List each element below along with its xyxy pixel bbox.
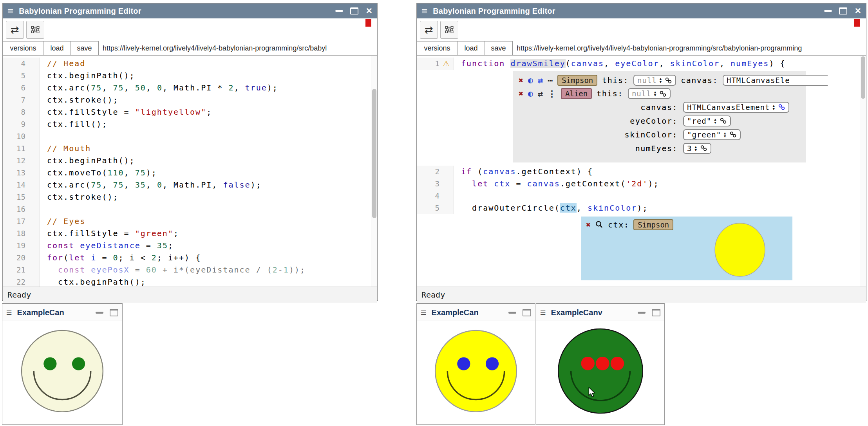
code-line[interactable]: 4// Head <box>3 58 377 70</box>
example-name-badge[interactable]: Simpson <box>557 75 597 86</box>
close-button[interactable]: ✕ <box>365 4 373 18</box>
param-value[interactable]: 3 <box>687 144 692 153</box>
delete-probe-icon[interactable]: ✖ <box>586 220 591 229</box>
update-button[interactable]: ⇄ <box>420 21 438 39</box>
code-text[interactable]: ctx.fillStyle = "green"; <box>40 227 179 240</box>
code-line[interactable]: 11// Mouth <box>3 143 377 155</box>
load-button[interactable]: load <box>43 41 71 55</box>
link-icon[interactable] <box>729 131 737 138</box>
code-text[interactable]: const eyeDistance = 35; <box>40 240 174 252</box>
code-text[interactable]: // Mouth <box>40 143 91 155</box>
hamburger-icon[interactable]: ≡ <box>421 4 427 18</box>
code-line[interactable]: 16 <box>3 203 377 215</box>
minimize-button[interactable] <box>638 312 646 314</box>
select-frame-button[interactable] <box>440 21 458 39</box>
save-button[interactable]: save <box>71 41 98 55</box>
titlebar[interactable]: ≡ ExampleCan <box>2 304 122 321</box>
code-line[interactable]: 5ctx.beginPath(); <box>3 70 377 82</box>
link-icon[interactable] <box>659 90 667 97</box>
trace-icon[interactable]: ⇄ <box>538 89 543 99</box>
load-button[interactable]: load <box>458 41 485 55</box>
code-text[interactable]: function drawSmiley(canvas, eyeColor, sk… <box>454 58 786 70</box>
hamburger-icon[interactable]: ≡ <box>421 307 427 318</box>
code-text[interactable]: ctx.beginPath(); <box>40 70 135 82</box>
code-text[interactable]: for(let i = 0; i < 2; i++) { <box>40 252 201 264</box>
code-text[interactable]: ctx.fillStyle = "lightyellow"; <box>40 106 212 118</box>
code-line[interactable]: 18ctx.fillStyle = "green"; <box>3 227 377 240</box>
code-editor[interactable]: 4// Head5ctx.beginPath();6ctx.arc(75, 75… <box>3 56 377 287</box>
hamburger-icon[interactable]: ≡ <box>7 4 13 18</box>
versions-button[interactable]: versions <box>3 41 43 55</box>
code-line[interactable]: 14ctx.arc(75, 75, 35, 0, Math.PI, false)… <box>3 179 377 191</box>
probe-example-badge[interactable]: Simpson <box>633 219 673 230</box>
versions-button[interactable]: versions <box>417 41 458 55</box>
link-icon[interactable] <box>720 117 727 125</box>
stepper-icon[interactable]: ▲▼ <box>724 132 726 138</box>
scrollbar[interactable] <box>860 56 866 287</box>
code-text[interactable]: if (canvas.getContext) { <box>454 166 593 178</box>
close-button[interactable]: ✕ <box>854 4 861 18</box>
scrollbar-thumb[interactable] <box>861 56 865 99</box>
code-line[interactable]: 12ctx.beginPath(); <box>3 155 377 167</box>
delete-example-icon[interactable]: ✖ <box>519 89 523 98</box>
code-text[interactable] <box>40 203 47 215</box>
this-value[interactable]: null <box>637 76 657 85</box>
code-text[interactable]: let ctx = canvas.getContext('2d'); <box>454 178 659 190</box>
save-button[interactable]: save <box>485 41 512 55</box>
this-value[interactable]: null <box>632 89 651 98</box>
stepper-icon[interactable]: ▲▼ <box>694 145 697 152</box>
url-field[interactable]: https://lively-kernel.org/lively4/lively… <box>512 41 866 55</box>
link-icon[interactable] <box>700 144 707 152</box>
scrollbar[interactable] <box>371 56 377 287</box>
code-line[interactable]: 3 let ctx = canvas.getContext('2d'); <box>417 178 866 190</box>
update-button[interactable]: ⇄ <box>6 21 24 39</box>
code-text[interactable] <box>454 190 461 202</box>
toggle-example-icon[interactable]: ◐ <box>528 76 533 85</box>
code-line[interactable]: 17// Eyes <box>3 215 377 227</box>
param-value[interactable]: HTMLCanvasElement <box>687 103 770 112</box>
code-text[interactable]: ctx.fill(); <box>40 118 107 130</box>
code-line[interactable]: 5 drawOuterCircle(ctx, skinColor); <box>417 202 866 214</box>
stepper-icon[interactable]: ▲▼ <box>714 118 716 124</box>
titlebar[interactable]: ≡ ExampleCan <box>417 304 535 321</box>
code-line[interactable]: 15ctx.stroke(); <box>3 191 377 203</box>
code-line[interactable]: 4 <box>417 190 866 202</box>
link-icon[interactable] <box>665 77 672 84</box>
param-value-box[interactable]: 3 ▲▼ <box>683 143 711 154</box>
canvas-value[interactable]: HTMLCanvasEle <box>727 76 790 85</box>
scrollbar-thumb[interactable] <box>372 89 376 218</box>
link-icon[interactable] <box>778 103 785 111</box>
code-line[interactable]: 20for(let i = 0; i < 2; i++) { <box>3 252 377 264</box>
minimize-button[interactable] <box>96 312 103 314</box>
param-value-box[interactable]: "red" ▲▼ <box>683 116 731 126</box>
code-line[interactable]: 6ctx.arc(75, 75, 50, 0, Math.PI * 2, tru… <box>3 82 377 94</box>
magnifier-icon[interactable] <box>595 220 604 229</box>
minimize-button[interactable] <box>508 312 516 314</box>
stepper-icon[interactable]: ▲▼ <box>660 77 662 83</box>
more-options-icon[interactable]: ⋯ <box>548 76 553 85</box>
code-line[interactable]: 21 const eyePosX = 60 + i*(eyeDistance /… <box>3 264 377 276</box>
code-line[interactable]: 8ctx.fillStyle = "lightyellow"; <box>3 106 377 118</box>
param-value[interactable]: "red" <box>687 117 711 125</box>
titlebar[interactable]: ≡ Babylonian Programming Editor ✕ <box>417 4 866 18</box>
hamburger-icon[interactable]: ≡ <box>540 307 546 318</box>
more-options-icon[interactable]: ⋮ <box>548 89 556 99</box>
this-value-box[interactable]: null ▲▼ <box>628 88 671 99</box>
code-text[interactable]: ctx.stroke(); <box>40 94 119 106</box>
code-text[interactable]: // Eyes <box>40 215 85 227</box>
code-line[interactable]: 9ctx.fill(); <box>3 118 377 130</box>
code-line[interactable]: 10 <box>3 130 377 143</box>
code-line[interactable]: 1⚠function drawSmiley(canvas, eyeColor, … <box>417 58 866 70</box>
code-editor[interactable]: 1⚠function drawSmiley(canvas, eyeColor, … <box>417 56 866 287</box>
titlebar[interactable]: ≡ ExampleCanv <box>536 304 664 321</box>
titlebar[interactable]: ≡ Babylonian Programming Editor ✕ <box>3 4 377 18</box>
code-line[interactable]: 2if (canvas.getContext) { <box>417 166 866 178</box>
trace-icon[interactable]: ⇄ <box>538 76 543 85</box>
warning-icon[interactable]: ⚠ <box>439 58 453 70</box>
code-line[interactable]: 22 ctx.beginPath(); <box>3 276 377 287</box>
this-value-box[interactable]: null ▲▼ <box>633 75 676 86</box>
maximize-button[interactable] <box>110 309 118 316</box>
hamburger-icon[interactable]: ≡ <box>6 307 12 318</box>
code-line[interactable]: 7ctx.stroke(); <box>3 94 377 106</box>
code-text[interactable]: ctx.beginPath(); <box>40 155 135 167</box>
